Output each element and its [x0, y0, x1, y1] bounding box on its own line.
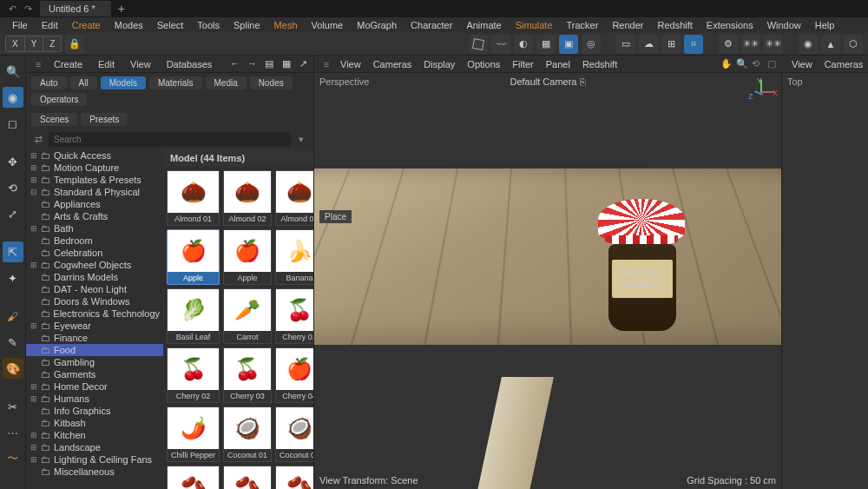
menu-volume[interactable]: Volume: [305, 18, 351, 32]
menu-tools[interactable]: Tools: [190, 18, 227, 32]
vp-menu-panel[interactable]: Panel: [541, 57, 575, 71]
chip-scenes[interactable]: Scenes: [31, 113, 77, 126]
search-icon[interactable]: 🔍: [3, 61, 23, 82]
menu-create[interactable]: Create: [65, 18, 108, 32]
menu-redshift[interactable]: Redshift: [650, 18, 699, 32]
model-thumb[interactable]: 🌰Almond 03: [275, 170, 313, 226]
brush-icon[interactable]: 🖌: [3, 306, 23, 327]
tree-item[interactable]: ⊞🗀Humans: [26, 393, 163, 405]
browser-create[interactable]: Create: [47, 57, 89, 71]
tree-item[interactable]: ⊞🗀Templates & Presets: [26, 174, 163, 186]
tree-item[interactable]: ⊞🗀Landscape: [26, 441, 163, 453]
axis-x[interactable]: X: [6, 36, 25, 51]
tree-item[interactable]: 🗀Arts & Crafts: [26, 210, 163, 222]
menu-character[interactable]: Character: [404, 18, 459, 32]
vp-nav-icon[interactable]: ▢: [762, 56, 776, 71]
vp-menu-icon[interactable]: ≡: [319, 57, 333, 71]
live-select-icon[interactable]: ◉: [3, 87, 23, 108]
tool-cube-icon[interactable]: [469, 35, 488, 54]
lock-icon[interactable]: 🔒: [65, 35, 84, 54]
chip-materials[interactable]: Materials: [149, 76, 202, 89]
menu-animate[interactable]: Animate: [459, 18, 508, 32]
menu-render[interactable]: Render: [605, 18, 650, 32]
viewport-perspective[interactable]: Perspective Default Camera ⎘ YXZ Place M…: [314, 73, 781, 489]
tool-spline-icon[interactable]: 〰: [491, 35, 510, 54]
browser-edit[interactable]: Edit: [91, 57, 122, 71]
axis-y[interactable]: Y: [25, 36, 44, 51]
menu-mograph[interactable]: MoGraph: [350, 18, 404, 32]
tree-item[interactable]: 🗀Celebration: [26, 247, 163, 259]
chip-auto[interactable]: Auto: [31, 76, 67, 89]
tool-constraint-icon[interactable]: ✳✳: [741, 35, 760, 54]
tree-item[interactable]: 🗀Info Graphics: [26, 405, 163, 417]
tree-item[interactable]: ⊞🗀Kitchen: [26, 429, 163, 441]
tree-item[interactable]: 🗀Gambling: [26, 356, 163, 368]
view-grid-icon[interactable]: ▦: [275, 56, 291, 71]
model-thumb[interactable]: 🍎Cherry 04: [275, 347, 313, 403]
tree-item[interactable]: 🗀Food: [26, 344, 163, 356]
model-thumb[interactable]: 🫘: [223, 466, 272, 489]
tree-item[interactable]: 🗀Finance: [26, 332, 163, 344]
tree-item[interactable]: ⊞🗀Lighting & Ceiling Fans: [26, 453, 163, 466]
model-thumb[interactable]: 🍒Cherry 01: [275, 288, 313, 344]
menu-edit[interactable]: Edit: [35, 18, 65, 32]
tool-floor-icon[interactable]: ▭: [616, 35, 635, 54]
menu-tracker[interactable]: Tracker: [560, 18, 606, 32]
tree-item[interactable]: 🗀Doors & Windows: [26, 295, 163, 307]
tree-item[interactable]: 🗀Bedroom: [26, 235, 163, 247]
search-input[interactable]: [49, 132, 291, 147]
menu-modes[interactable]: Modes: [108, 18, 150, 32]
redshift-rt-icon[interactable]: ▲: [821, 35, 840, 54]
chip-operators[interactable]: Operators: [31, 93, 87, 106]
path-icon[interactable]: 〜: [3, 448, 23, 469]
model-thumb[interactable]: 🥥Coconut 02: [275, 406, 313, 462]
tree-item[interactable]: 🗀Darrins Models: [26, 271, 163, 283]
honey-jar-object[interactable]: MANUKA HONEY: [601, 199, 683, 329]
add-tab-button[interactable]: +: [111, 0, 132, 18]
tree-item[interactable]: ⊞🗀Home Decor: [26, 380, 163, 393]
model-thumb[interactable]: 🍎Apple: [167, 229, 220, 285]
tool-sky-icon[interactable]: ☁: [639, 35, 658, 54]
tree-item[interactable]: 🗀Appliances: [26, 198, 163, 210]
tree-item[interactable]: ⊟🗀Standard & Physical: [26, 186, 163, 198]
tool-extra-icon[interactable]: ✳✳: [764, 35, 783, 54]
menu-simulate[interactable]: Simulate: [509, 18, 560, 32]
tree-item[interactable]: 🗀Kitbash: [26, 417, 163, 429]
rotate-tool-icon[interactable]: ⟲: [3, 177, 23, 198]
rect-select-icon[interactable]: ◻: [3, 113, 23, 134]
move-tool-icon[interactable]: ✥: [3, 151, 23, 172]
browser-view[interactable]: View: [123, 57, 158, 71]
vp-menu-filter[interactable]: Filter: [507, 57, 538, 71]
redshift-icon[interactable]: ◉: [799, 35, 818, 54]
axis-z[interactable]: Z: [43, 36, 61, 51]
redshift-cfg-icon[interactable]: ⬡: [844, 35, 863, 54]
model-thumb[interactable]: 🫘: [167, 466, 220, 489]
tree-item[interactable]: ⊞🗀Cogwheel Objects: [26, 259, 163, 271]
model-thumb[interactable]: 🌰Almond 02: [223, 170, 272, 226]
popout-icon[interactable]: ↗: [293, 56, 308, 71]
browser-menu-icon[interactable]: ≡: [31, 57, 45, 71]
tool-gear-icon[interactable]: ⚙: [719, 35, 738, 54]
palette-icon[interactable]: 🎨: [3, 358, 23, 379]
model-thumb[interactable]: 🥥Coconut 01: [223, 406, 272, 462]
tree-toggle-icon[interactable]: ⇄: [31, 133, 45, 147]
browser-databases[interactable]: Databases: [160, 57, 220, 71]
menu-help[interactable]: Help: [808, 18, 842, 32]
model-thumb[interactable]: 🍒Cherry 02: [167, 347, 220, 403]
vp-camera-label[interactable]: Default Camera ⎘: [510, 76, 585, 87]
search-clear-icon[interactable]: ▾: [294, 133, 308, 147]
tree-item[interactable]: ⊞🗀Bath: [26, 222, 163, 235]
place-tool-icon[interactable]: ⇱: [3, 241, 23, 262]
menu-file[interactable]: File: [5, 18, 35, 32]
tree-item[interactable]: 🗀Garments: [26, 368, 163, 380]
redo-icon[interactable]: ↷: [21, 2, 35, 16]
tool-grid-icon[interactable]: ⊞: [661, 35, 681, 54]
axis-gizmo[interactable]: YXZ: [748, 80, 774, 106]
vp-menu-display[interactable]: Display: [418, 57, 460, 71]
menu-spline[interactable]: Spline: [227, 18, 267, 32]
chip-media[interactable]: Media: [206, 76, 247, 89]
chip-nodes[interactable]: Nodes: [250, 76, 293, 89]
model-thumb[interactable]: 🍌Banana: [275, 229, 313, 285]
model-thumb[interactable]: 🥕Carrot: [223, 288, 272, 344]
vp-nav-icon[interactable]: ⟲: [746, 56, 760, 71]
